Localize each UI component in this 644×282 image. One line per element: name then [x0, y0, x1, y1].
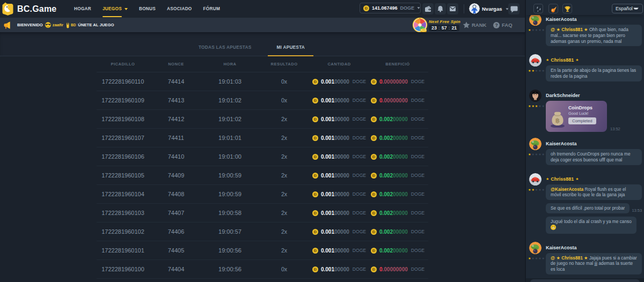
nav-item-bonus[interactable]: BONUS: [139, 0, 156, 18]
chat-username[interactable]: KaiserAcosta: [546, 242, 642, 250]
free-spin-widget[interactable]: Next Free Spin 23:57:21: [412, 17, 460, 33]
profit-currency: DOGE: [411, 135, 425, 140]
doge-coin-icon: [371, 266, 377, 272]
nav-item-frum[interactable]: FÓRUM: [203, 0, 221, 18]
coindrops-title: CoinDrops: [568, 105, 592, 110]
bet-row[interactable]: 17222819601057440919:00:592x0.00100000DO…: [97, 166, 428, 185]
level-star-empty-icon: ★: [542, 69, 545, 72]
chat-toggle-button[interactable]: [508, 3, 519, 14]
chat-username[interactable]: ★Chriss881★: [546, 54, 642, 63]
chat-message-body: KaiserAcostaoh tremendo CounDrops pero n…: [546, 138, 642, 165]
bet-row[interactable]: 17222819601077441119:01:012x0.00100000DO…: [97, 129, 428, 147]
language-selector[interactable]: Español: [612, 4, 643, 13]
bet-profit: 0.00000000DOGE: [367, 98, 428, 103]
bet-profit: 0.00200000DOGE: [367, 229, 428, 235]
mention-tag[interactable]: @KaiserAcosta: [551, 187, 583, 192]
bet-row[interactable]: 17222819601087441219:01:022x0.00100000DO…: [97, 110, 428, 129]
bet-row[interactable]: 17222819601007440419:00:560x0.00100000DO…: [97, 260, 428, 279]
bet-row[interactable]: 17222819601027440619:00:572x0.00100000DO…: [97, 222, 428, 241]
messages-button[interactable]: [447, 3, 458, 14]
faq-button[interactable]: FAQ: [493, 18, 513, 32]
level-star-empty-icon: ★: [535, 153, 538, 156]
rank-button[interactable]: RANK: [463, 18, 486, 32]
amount-dim: 00000: [334, 135, 349, 141]
welcome-banner[interactable]: BIENVENIDO zaafir BD ÚNETE AL JUEGO: [4, 18, 116, 32]
chat-username[interactable]: KaiserAcosta: [546, 138, 642, 146]
amount-currency: DOGE: [353, 116, 366, 122]
chat-message-body: KaiserAcosta@ ★ Chriss881 ★ Ohh que bien…: [546, 13, 642, 46]
user-menu[interactable]: Nvargas: [482, 0, 509, 18]
chat-username[interactable]: ★Chriss881★: [546, 173, 642, 182]
wallet-button[interactable]: [422, 3, 434, 14]
tab-todas-las-apuestas[interactable]: TODAS LAS APUESTAS: [190, 45, 260, 56]
doge-coin-icon: [371, 191, 377, 197]
mention-tag[interactable]: @ ★ Chriss881 ★: [551, 27, 588, 32]
chat-message-body: KaiserAcosta@ ★ Chriss881 ★ Jajaja pues …: [546, 242, 642, 274]
bet-hash: 1722281960101: [97, 247, 149, 254]
bet-row[interactable]: 17222819601037440719:00:582x0.00100000DO…: [97, 204, 428, 222]
tab-label: MI APUESTA: [276, 45, 305, 50]
bet-row[interactable]: 17222819601097441319:01:020x0.00100000DO…: [97, 91, 428, 110]
chat-panel: ★★★★★KaiserAcosta@ ★ Chriss881 ★ Ohh que…: [525, 0, 644, 282]
chat-bubble: @ ★ Chriss881 ★ Ohh que bien, nada mal..…: [546, 25, 642, 46]
language-label: Español: [616, 6, 633, 11]
bet-nonce: 74408: [149, 191, 203, 197]
chat-username[interactable]: DarkSchneider: [546, 90, 642, 98]
bet-time: 19:01:00: [203, 153, 257, 160]
coindrops-card[interactable]: CoinDropsGood Luck!Completed: [546, 101, 607, 132]
bet-row[interactable]: 17222819601017440519:00:562x0.00100000DO…: [97, 241, 428, 260]
coindrops-completed-button[interactable]: Completed: [568, 117, 596, 124]
chat-avatar-car[interactable]: [529, 54, 541, 66]
nav-item-label: FÓRUM: [203, 6, 221, 11]
bet-row[interactable]: 17222819601067441019:01:002x0.00100000DO…: [97, 147, 428, 166]
croc-avatar-icon: [529, 138, 541, 150]
nav-item-juegos[interactable]: JUEGOS: [103, 0, 128, 18]
bet-amount: 0.00100000DOGE: [311, 191, 367, 197]
doge-coin-icon: [371, 173, 377, 179]
bet-profit: 0.00200000DOGE: [367, 191, 428, 197]
user-avatar[interactable]: [469, 3, 480, 14]
bet-nonce: 74412: [149, 116, 203, 122]
main-nav: HOGARJUEGOSBONUSASOCIADOFÓRUM: [74, 0, 220, 18]
notifications-button[interactable]: [435, 3, 446, 14]
bet-row[interactable]: 17222819601047440819:00:592x0.00100000DO…: [97, 185, 428, 204]
chat-input[interactable]: [530, 279, 640, 282]
bet-amount: 0.00100000DOGE: [311, 173, 367, 179]
chat-avatar-croc[interactable]: [529, 13, 541, 26]
amount-dim: 00000: [334, 116, 349, 122]
brand-name: BC.Game: [17, 4, 56, 14]
chat-trophy-button[interactable]: [562, 4, 572, 13]
mention-tag[interactable]: @ ★ Chriss881 ★: [551, 255, 588, 261]
bell-icon: [437, 5, 444, 12]
tab-mi-apuesta[interactable]: MI APUESTA: [268, 45, 313, 56]
level-star-filled-icon: ★: [535, 105, 538, 108]
balance-selector[interactable]: 141.067496 DOGE: [360, 3, 421, 13]
nav-item-asociado[interactable]: ASOCIADO: [167, 0, 192, 18]
chat-message-body: ★Chriss881★En la parte de abajo de la pa…: [546, 54, 642, 81]
bet-amount: 0.00100000DOGE: [311, 229, 367, 235]
chat-fireball-button[interactable]: [548, 4, 558, 13]
bet-row[interactable]: 17222819601107441419:01:030x0.00100000DO…: [97, 72, 428, 91]
profit-currency: DOGE: [411, 173, 425, 178]
chat-rain-button[interactable]: [533, 4, 543, 13]
bet-hash: 1722281960106: [97, 153, 149, 160]
chat-avatar-croc[interactable]: [529, 138, 541, 150]
column-header-cantidad: CANTIDAD: [311, 62, 367, 66]
brand-logo[interactable]: BC.Game: [2, 2, 56, 16]
level-star-filled-icon: ★: [531, 69, 534, 72]
amount-dim: 00000: [334, 191, 349, 197]
chat-avatar-car[interactable]: [529, 173, 541, 185]
chat-message-body: ★Chriss881★@KaiserAcosta Royal flush es …: [546, 173, 642, 234]
bets-tab-bar: TODAS LAS APUESTASMI APUESTA: [0, 32, 525, 56]
amount-dim: 00000: [334, 266, 349, 272]
money-bag-icon: [549, 112, 566, 128]
chat-avatar-portrait[interactable]: [529, 90, 541, 102]
chat-username-text: KaiserAcosta: [546, 17, 577, 22]
doge-coin-icon: [371, 135, 377, 141]
amount-strong: 0.001: [321, 173, 334, 179]
chat-avatar-croc[interactable]: [529, 242, 541, 254]
nav-item-hogar[interactable]: HOGAR: [74, 0, 91, 18]
level-star-filled-icon: ★: [531, 105, 534, 108]
nav-item-label: BONUS: [139, 6, 156, 11]
chat-bubble: @ ★ Chriss881 ★ Jajaja pues si a cambiar…: [546, 253, 642, 274]
